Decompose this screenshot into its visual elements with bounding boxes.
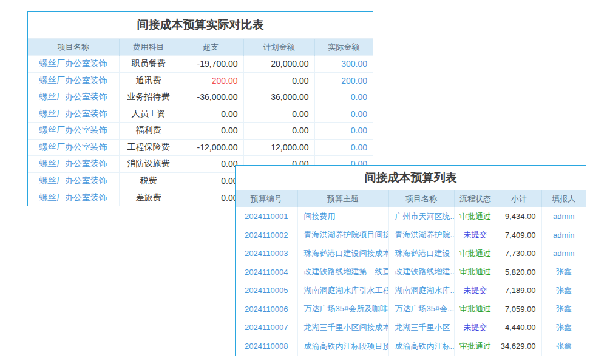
reporter-link[interactable]: admin [541, 244, 586, 263]
table-row: 螺丝厂办公室装饰 业务招待费 -36,000.00 36,000.00 0.00 [28, 89, 373, 106]
budget-list-table: 预算编号 预算主题 项目名称 流程状态 小计 填报人 2024110001 间接… [236, 190, 586, 356]
flow-status-badge: 审批通过 [454, 300, 497, 318]
project-name-link[interactable]: 改建铁路线增建... [388, 263, 454, 281]
column-header-subtotal: 小计 [497, 190, 541, 207]
actual-amount-link[interactable]: 0.00 [314, 123, 373, 140]
table-row: 螺丝厂办公室装饰 人员工资 0.00 0.00 0.00 [28, 106, 373, 123]
project-name-link[interactable]: 螺丝厂办公室装饰 [28, 106, 119, 123]
overspend-cell: 0.00 [178, 172, 243, 189]
budget-list-table-header: 预算编号 预算主题 项目名称 流程状态 小计 填报人 [236, 190, 586, 207]
column-header-budget-subject: 预算主题 [297, 190, 388, 207]
table-row: 螺丝厂办公室装饰 福利费 0.00 0.00 0.00 [28, 123, 373, 140]
table-row: 2024110004 改建铁路线增建第二线直... 改建铁路线增建... 审批通… [236, 263, 586, 281]
budget-subject-link[interactable]: 珠海鹤港口建设间接成本... [297, 244, 388, 263]
project-name-link[interactable]: 螺丝厂办公室装饰 [28, 172, 119, 189]
overspend-cell: -36,000.00 [178, 89, 243, 106]
project-name-link[interactable]: 螺丝厂办公室装饰 [28, 189, 119, 206]
budget-subject-link[interactable]: 间接费用 [297, 207, 388, 226]
reporter-link[interactable]: admin [541, 226, 586, 244]
column-header-project-name: 项目名称 [388, 190, 454, 207]
budget-no-link[interactable]: 2024110004 [236, 263, 297, 281]
expense-subject-cell: 职员餐费 [119, 56, 178, 73]
budget-subject-link[interactable]: 成渝高铁内江标段项目预... [297, 337, 388, 356]
actual-amount-link[interactable]: 300.00 [314, 56, 373, 73]
reporter-link[interactable]: 张鑫 [541, 300, 586, 318]
expense-subject-cell: 差旅费 [119, 189, 178, 206]
reporter-link[interactable]: 张鑫 [541, 318, 586, 337]
project-name-link[interactable]: 珠海鹤港口建设 [388, 244, 454, 263]
project-name-link[interactable]: 螺丝厂办公室装饰 [28, 89, 119, 106]
table-row: 2024110001 间接费用 广州市天河区统... 审批通过 9,434.00… [236, 207, 586, 226]
project-name-link[interactable]: 广州市天河区统... [388, 207, 454, 226]
reporter-link[interactable]: admin [541, 207, 586, 226]
subtotal-cell: 7,409.00 [497, 226, 541, 244]
planned-amount-cell: 36,000.00 [243, 89, 314, 106]
budget-no-link[interactable]: 2024110008 [236, 337, 297, 356]
reporter-link[interactable]: 张鑫 [541, 281, 586, 300]
flow-status-badge: 未提交 [454, 281, 497, 300]
expense-subject-cell: 消防设施费 [119, 156, 178, 173]
flow-status-badge: 审批通过 [454, 337, 497, 356]
budget-no-link[interactable]: 2024110002 [236, 226, 297, 244]
flow-status-badge: 未提交 [454, 318, 497, 337]
project-name-link[interactable]: 湖南洞庭湖水库... [388, 281, 454, 300]
budget-no-link[interactable]: 2024110006 [236, 300, 297, 318]
budget-no-link[interactable]: 2024110003 [236, 244, 297, 263]
actual-amount-link[interactable]: 200.00 [314, 72, 373, 89]
project-name-link[interactable]: 螺丝厂办公室装饰 [28, 72, 119, 89]
project-name-link[interactable]: 万达广场35#会... [388, 300, 454, 318]
actual-amount-link[interactable]: 0.00 [314, 139, 373, 156]
planned-amount-cell: 0.00 [243, 106, 314, 123]
project-name-link[interactable]: 螺丝厂办公室装饰 [28, 156, 119, 173]
project-name-link[interactable]: 龙湖三千里小区 [388, 318, 454, 337]
table-row: 2024110002 青海洪湖养护院项目间接... 青海洪湖养护院... 未提交… [236, 226, 586, 244]
planned-amount-cell: 0.00 [243, 123, 314, 140]
budget-subject-link[interactable]: 湖南洞庭湖水库引水工程... [297, 281, 388, 300]
table-row: 2024110007 龙湖三千里小区间接成本... 龙湖三千里小区 未提交 4,… [236, 318, 586, 337]
column-header-overspend: 超支 [178, 39, 243, 56]
budget-subject-link[interactable]: 龙湖三千里小区间接成本... [297, 318, 388, 337]
budget-list-table-body: 2024110001 间接费用 广州市天河区统... 审批通过 9,434.00… [236, 207, 586, 356]
planned-amount-cell: 0.00 [243, 72, 314, 89]
budget-subject-link[interactable]: 改建铁路线增建第二线直... [297, 263, 388, 281]
expense-subject-cell: 工程保险费 [119, 139, 178, 156]
column-header-planned-amount: 计划金额 [243, 39, 314, 56]
actual-amount-link[interactable]: 0.00 [314, 106, 373, 123]
overspend-cell: -19,700.00 [178, 56, 243, 73]
project-name-link[interactable]: 螺丝厂办公室装饰 [28, 56, 119, 73]
header-row: 项目名称 费用科目 超支 计划金额 实际金额 [28, 39, 373, 56]
flow-status-badge: 审批通过 [454, 244, 497, 263]
subtotal-cell: 7,730.00 [497, 244, 541, 263]
table-row: 螺丝厂办公室装饰 工程保险费 -12,000.00 12,000.00 0.00 [28, 139, 373, 156]
overspend-cell: 0.00 [178, 106, 243, 123]
actual-amount-link[interactable]: 0.00 [314, 89, 373, 106]
project-name-link[interactable]: 青海洪湖养护院... [388, 226, 454, 244]
column-header-reporter: 填报人 [541, 190, 586, 207]
header-row: 预算编号 预算主题 项目名称 流程状态 小计 填报人 [236, 190, 586, 207]
table-row: 2024110008 成渝高铁内江标段项目预... 成渝高铁内江标... 审批通… [236, 337, 586, 356]
expense-subject-cell: 税费 [119, 172, 178, 189]
column-header-budget-no: 预算编号 [236, 190, 297, 207]
budget-subject-link[interactable]: 万达广场35#会所及咖啡... [297, 300, 388, 318]
reporter-link[interactable]: 张鑫 [541, 263, 586, 281]
budget-no-link[interactable]: 2024110001 [236, 207, 297, 226]
comparison-table-header: 项目名称 费用科目 超支 计划金额 实际金额 [28, 39, 373, 56]
column-header-flow-status: 流程状态 [454, 190, 497, 207]
budget-no-link[interactable]: 2024110005 [236, 281, 297, 300]
column-header-project-name: 项目名称 [28, 39, 119, 56]
project-name-link[interactable]: 螺丝厂办公室装饰 [28, 139, 119, 156]
budget-list-panel-title: 间接成本预算列表 [236, 166, 586, 190]
reporter-link[interactable]: 张鑫 [541, 337, 586, 356]
column-header-actual-amount: 实际金额 [314, 39, 373, 56]
budget-subject-link[interactable]: 青海洪湖养护院项目间接... [297, 226, 388, 244]
project-name-link[interactable]: 螺丝厂办公室装饰 [28, 123, 119, 140]
project-name-link[interactable]: 成渝高铁内江标... [388, 337, 454, 356]
expense-subject-cell: 通讯费 [119, 72, 178, 89]
subtotal-cell: 7,059.00 [497, 300, 541, 318]
flow-status-badge: 审批通过 [454, 263, 497, 281]
table-row: 2024110006 万达广场35#会所及咖啡... 万达广场35#会... 审… [236, 300, 586, 318]
subtotal-cell: 7,189.00 [497, 281, 541, 300]
budget-no-link[interactable]: 2024110007 [236, 318, 297, 337]
flow-status-badge: 审批通过 [454, 207, 497, 226]
subtotal-cell: 5,820.00 [497, 263, 541, 281]
